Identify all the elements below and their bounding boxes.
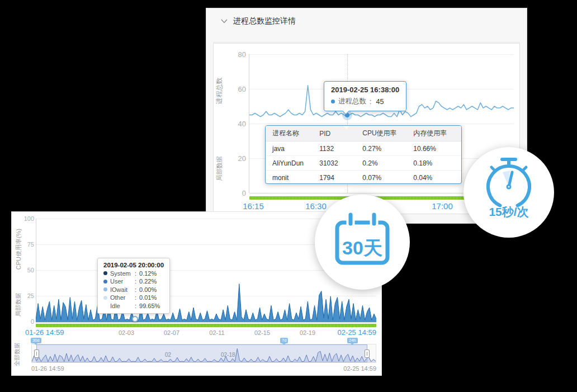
col-header-name: 进程名称 — [266, 129, 319, 138]
tooltip-value: 0.12% — [139, 270, 157, 277]
tooltip-time: 2019-02-25 16:38:00 — [331, 86, 399, 94]
x-tick-end: 02-25 14:59 — [320, 328, 376, 337]
series-dot-icon — [103, 280, 107, 284]
tooltip-sep: : — [135, 294, 136, 301]
tooltip-series: 进程总数 — [338, 97, 366, 106]
stage: 进程总数监控详情 进程总数 局部数据 80 60 40 20 0 — [0, 0, 577, 392]
tooltip-value: 0.01% — [139, 294, 157, 301]
x-tick: 16:15 — [231, 201, 276, 211]
x-tick: 02-11 — [200, 329, 234, 336]
cell-cpu: 0.27% — [362, 145, 413, 153]
y-tick: 100 — [17, 215, 34, 222]
tooltip-sep: : — [135, 278, 136, 285]
data-point-marker[interactable] — [132, 316, 138, 322]
range-flag-24h[interactable]: 24h — [347, 338, 358, 343]
datazoom-slider[interactable]: 30d 7d 24h 02 02-18 — [31, 344, 376, 363]
table-row[interactable]: java 1132 0.27% 10.66% — [266, 141, 461, 156]
tooltip-series: User — [110, 278, 135, 285]
cell-pid: 1794 — [319, 174, 362, 182]
cell-mem: 10.66% — [413, 145, 461, 153]
cell-cpu: 0.2% — [362, 159, 413, 167]
tooltip-series: System — [110, 270, 135, 277]
y-tick: 40 — [224, 120, 246, 128]
y-tick: 75 — [17, 241, 34, 248]
col-header-pid: PID — [319, 130, 362, 138]
y-tick: 25 — [17, 292, 34, 299]
col-header-mem: 内存使用率 — [413, 129, 461, 138]
range-flag-30d[interactable]: 30d — [31, 338, 41, 343]
cell-mem: 0.04% — [413, 174, 461, 182]
y-tick: 0 — [224, 189, 246, 197]
y-tick: 50 — [17, 267, 34, 273]
slider-right-handle[interactable] — [365, 350, 370, 358]
slider-group-label: 全部数据 — [13, 332, 21, 377]
slider-end-date: 02-25 14:59 — [320, 365, 376, 372]
slider-selection[interactable] — [36, 344, 367, 362]
process-tooltip: 2019-02-25 16:38:00 进程总数 : 45 — [324, 81, 406, 111]
tooltip-sep: : — [135, 270, 136, 277]
cpu-tooltip: 2019-02-05 20:00:00 System : 0.12% User … — [97, 258, 170, 314]
stopwatch-icon: 15秒/次 — [478, 155, 540, 220]
timer-badge-text: 15秒/次 — [489, 205, 529, 218]
y-tick: 20 — [224, 154, 246, 163]
cell-name: AliYunDun — [266, 159, 319, 167]
calendar-badge: 30天 — [315, 195, 410, 290]
cell-name: java — [266, 145, 319, 153]
panel-title: 进程总数监控详情 — [233, 16, 296, 26]
tooltip-sep: : — [135, 286, 136, 293]
calendar-icon: 30天 — [332, 209, 393, 271]
slider-left-handle[interactable] — [34, 350, 39, 358]
tooltip-sep: : — [370, 98, 371, 106]
y-tick: 0 — [17, 318, 34, 325]
status-ok-bar — [36, 324, 376, 327]
y-axis-title: 进程总数 — [215, 63, 224, 119]
y-axis-group-label: 局部数据 — [215, 147, 224, 191]
series-dot-icon — [103, 304, 107, 308]
tooltip-series: IOwait — [110, 286, 135, 293]
slider-start-date: 01-26 14:59 — [31, 365, 64, 372]
range-flag-7d[interactable]: 7d — [280, 338, 288, 343]
series-dot-icon — [331, 100, 335, 103]
table-header-row: 进程名称 PID CPU使用率 内存使用率 — [266, 126, 461, 141]
divider — [213, 42, 520, 42]
process-panel-header: 进程总数监控详情 — [206, 8, 527, 34]
table-row[interactable]: AliYunDun 31032 0.2% 0.18% — [266, 156, 461, 171]
x-tick: 02-15 — [245, 329, 279, 336]
x-axis-line — [36, 322, 376, 323]
x-tick-start: 01-26 14:59 — [25, 328, 64, 337]
series-dot-icon — [103, 271, 107, 275]
y-tick: 60 — [224, 85, 246, 93]
y-tick: 80 — [224, 50, 246, 59]
tooltip-series: Idle — [110, 303, 135, 309]
calendar-badge-text: 30天 — [342, 237, 382, 258]
series-dot-icon — [103, 287, 107, 291]
x-tick: 02-07 — [155, 329, 188, 336]
cell-cpu: 0.07% — [362, 174, 413, 182]
tooltip-time: 2019-02-05 20:00:00 — [103, 262, 164, 268]
x-tick: 02-03 — [110, 329, 143, 336]
cell-mem: 0.18% — [413, 159, 461, 167]
tooltip-sep: : — [135, 303, 136, 309]
timer-badge: 15秒/次 — [464, 147, 554, 238]
series-dot-icon — [103, 296, 107, 300]
cell-pid: 31032 — [319, 159, 362, 167]
tooltip-value: 99.65% — [139, 303, 160, 309]
tooltip-value: 45 — [376, 98, 384, 106]
col-header-cpu: CPU使用率 — [362, 129, 413, 138]
table-row[interactable]: monit 1794 0.07% 0.04% — [266, 171, 461, 184]
tooltip-value: 0.22% — [139, 278, 157, 285]
tooltip-value: 0.00% — [139, 286, 157, 293]
process-table-popup: 进程名称 PID CPU使用率 内存使用率 java 1132 0.27% 10… — [265, 125, 462, 184]
x-tick: 02-19 — [291, 329, 324, 336]
chevron-down-icon[interactable] — [221, 19, 228, 23]
cell-pid: 1132 — [319, 145, 362, 153]
x-tick: 17:00 — [420, 201, 465, 211]
tooltip-series: Other — [110, 294, 135, 301]
cell-name: monit — [266, 174, 319, 182]
